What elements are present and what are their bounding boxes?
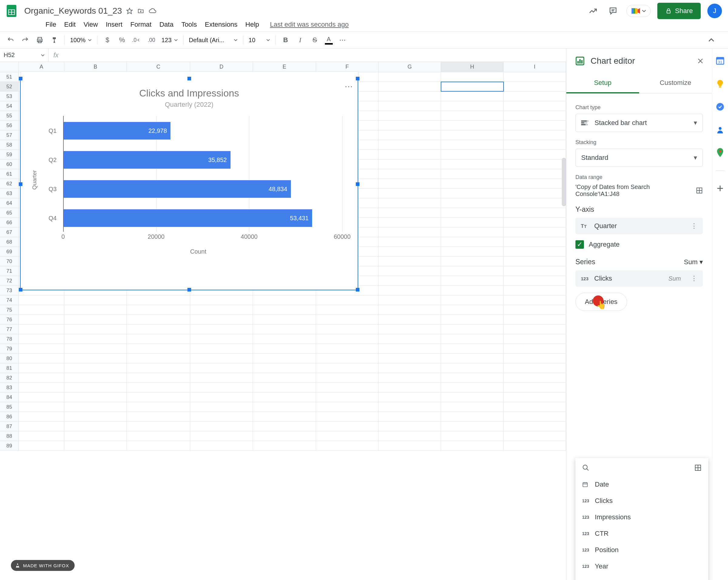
cell[interactable] bbox=[253, 422, 316, 431]
cell[interactable] bbox=[503, 189, 566, 198]
cell[interactable] bbox=[441, 130, 503, 140]
cell[interactable] bbox=[503, 422, 566, 431]
cell[interactable] bbox=[503, 266, 566, 276]
menu-help[interactable]: Help bbox=[245, 21, 259, 28]
row-header[interactable]: 63 bbox=[0, 189, 19, 198]
cell[interactable] bbox=[503, 412, 566, 421]
cell[interactable] bbox=[379, 208, 441, 217]
cell[interactable] bbox=[441, 354, 503, 363]
row-header[interactable]: 84 bbox=[0, 393, 19, 402]
cell[interactable] bbox=[379, 91, 441, 101]
cell[interactable] bbox=[503, 91, 566, 101]
cell[interactable] bbox=[503, 169, 566, 179]
cell[interactable] bbox=[441, 373, 503, 383]
resize-handle[interactable] bbox=[187, 288, 191, 291]
cell[interactable] bbox=[503, 383, 566, 392]
cell[interactable] bbox=[379, 130, 441, 140]
row-header[interactable]: 74 bbox=[0, 295, 19, 305]
activity-icon[interactable] bbox=[586, 4, 600, 18]
undo-button[interactable] bbox=[6, 34, 15, 46]
cell[interactable] bbox=[503, 373, 566, 383]
cell[interactable] bbox=[19, 422, 64, 431]
cell[interactable] bbox=[190, 402, 253, 412]
cell[interactable] bbox=[503, 295, 566, 305]
row-header[interactable]: 78 bbox=[0, 334, 19, 344]
cell[interactable] bbox=[379, 431, 441, 441]
row-header[interactable]: 62 bbox=[0, 179, 19, 188]
cell[interactable] bbox=[379, 101, 441, 111]
cell[interactable] bbox=[253, 383, 316, 392]
cell[interactable] bbox=[503, 121, 566, 130]
cell[interactable] bbox=[441, 295, 503, 305]
chart-menu-button[interactable]: ⋮ bbox=[344, 83, 354, 90]
cell[interactable] bbox=[441, 441, 503, 450]
cell[interactable] bbox=[253, 373, 316, 383]
column-header[interactable]: D bbox=[190, 62, 253, 72]
cell[interactable] bbox=[379, 150, 441, 159]
column-header[interactable]: F bbox=[316, 62, 379, 72]
cell[interactable] bbox=[441, 402, 503, 412]
cell[interactable] bbox=[379, 344, 441, 353]
cell[interactable] bbox=[64, 441, 127, 450]
menu-insert[interactable]: Insert bbox=[106, 21, 123, 28]
cell[interactable] bbox=[441, 228, 503, 237]
cell[interactable] bbox=[379, 373, 441, 383]
row-header[interactable]: 53 bbox=[0, 91, 19, 101]
row-header[interactable]: 67 bbox=[0, 228, 19, 237]
cell[interactable] bbox=[379, 266, 441, 276]
cell[interactable] bbox=[503, 363, 566, 373]
cell[interactable] bbox=[379, 199, 441, 208]
meet-button[interactable] bbox=[626, 5, 651, 17]
last-edit-link[interactable]: Last edit was seconds ago bbox=[270, 21, 348, 28]
cell[interactable] bbox=[441, 276, 503, 286]
cell[interactable] bbox=[127, 422, 190, 431]
cell[interactable] bbox=[441, 412, 503, 421]
cell[interactable] bbox=[190, 373, 253, 383]
cell[interactable] bbox=[441, 257, 503, 266]
row-header[interactable]: 70 bbox=[0, 257, 19, 266]
cell[interactable] bbox=[190, 441, 253, 450]
chart-type-select[interactable]: Stacked bar chart ▾ bbox=[575, 114, 703, 132]
cell[interactable] bbox=[64, 383, 127, 392]
cell[interactable] bbox=[190, 383, 253, 392]
row-header[interactable]: 73 bbox=[0, 286, 19, 295]
row-header[interactable]: 71 bbox=[0, 266, 19, 276]
series-field-chip[interactable]: 123 Clicks Sum ⋮ bbox=[575, 270, 703, 287]
cell[interactable] bbox=[19, 363, 64, 373]
cell[interactable] bbox=[379, 383, 441, 392]
cell[interactable] bbox=[441, 101, 503, 111]
cell[interactable] bbox=[64, 354, 127, 363]
row-header[interactable]: 72 bbox=[0, 276, 19, 286]
cell[interactable] bbox=[503, 393, 566, 402]
cell[interactable] bbox=[64, 324, 127, 334]
menu-extensions[interactable]: Extensions bbox=[205, 21, 237, 28]
cell[interactable] bbox=[379, 218, 441, 227]
name-box[interactable]: H52 bbox=[0, 49, 49, 61]
cell[interactable] bbox=[379, 354, 441, 363]
cell[interactable] bbox=[441, 150, 503, 159]
stacking-select[interactable]: Standard ▾ bbox=[575, 149, 703, 167]
row-header[interactable]: 54 bbox=[0, 101, 19, 111]
cell[interactable] bbox=[253, 363, 316, 373]
cell[interactable] bbox=[379, 179, 441, 188]
cell[interactable] bbox=[379, 441, 441, 450]
cell[interactable] bbox=[441, 286, 503, 295]
row-header[interactable]: 81 bbox=[0, 363, 19, 373]
cell[interactable] bbox=[503, 101, 566, 111]
cell[interactable] bbox=[379, 324, 441, 334]
cell[interactable] bbox=[441, 160, 503, 169]
cell[interactable] bbox=[19, 344, 64, 353]
row-header[interactable]: 56 bbox=[0, 121, 19, 130]
add-series-button[interactable]: Add Series 👆 bbox=[575, 293, 627, 311]
cell[interactable] bbox=[190, 354, 253, 363]
cell[interactable] bbox=[379, 393, 441, 402]
cell[interactable] bbox=[127, 412, 190, 421]
cell[interactable] bbox=[441, 208, 503, 217]
cell[interactable] bbox=[379, 422, 441, 431]
keep-addon[interactable] bbox=[714, 78, 726, 89]
row-header[interactable]: 87 bbox=[0, 422, 19, 431]
resize-handle[interactable] bbox=[356, 77, 360, 80]
cell[interactable] bbox=[379, 121, 441, 130]
cell[interactable] bbox=[190, 344, 253, 353]
cell[interactable] bbox=[253, 354, 316, 363]
